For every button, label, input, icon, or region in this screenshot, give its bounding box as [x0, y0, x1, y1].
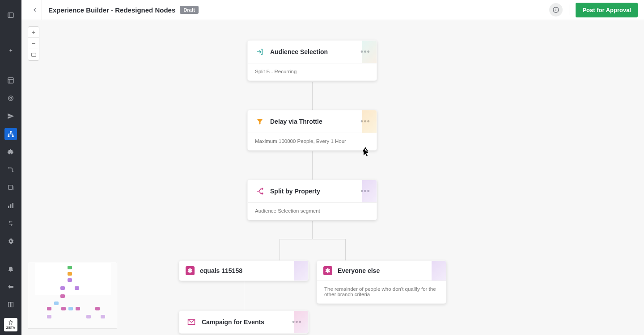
info-button[interactable]	[549, 3, 563, 17]
nav-book-icon[interactable]	[4, 298, 17, 311]
nav-speed-icon[interactable]	[4, 281, 17, 293]
flow-canvas[interactable]: + − Audience Selection ••• Split B - Rec…	[21, 20, 644, 335]
nav-layout-icon[interactable]	[4, 74, 17, 87]
top-bar: Experience Builder - Redesigned Nodes Dr…	[21, 0, 644, 20]
connector	[312, 151, 313, 180]
post-for-approval-button[interactable]: Post for Approval	[576, 3, 638, 17]
asterisk-icon: ✱	[186, 266, 195, 275]
zoom-control: + −	[28, 26, 39, 61]
svg-rect-5	[8, 135, 9, 137]
svg-rect-11	[10, 204, 12, 208]
page-title: Experience Builder - Redesigned Nodes	[48, 6, 175, 14]
connector	[280, 239, 345, 239]
left-nav-rail: ZETA	[0, 0, 21, 335]
node-more-icon[interactable]: •••	[360, 189, 369, 193]
node-branch-equals[interactable]: ✱ equals 115158	[179, 260, 309, 281]
node-split-property[interactable]: Split by Property ••• Audience Selection…	[247, 180, 377, 220]
funnel-icon	[255, 117, 265, 126]
nav-flow-icon[interactable]	[4, 128, 17, 140]
node-campaign-events[interactable]: Campaign for Events •••	[179, 310, 309, 334]
nav-puzzle-icon[interactable]	[4, 146, 17, 158]
nav-target-icon[interactable]	[4, 92, 17, 105]
brand-badge[interactable]: ZETA	[4, 318, 17, 331]
zoom-in-button[interactable]: +	[28, 27, 39, 38]
minimap-viewport	[35, 263, 111, 295]
minimap[interactable]	[28, 262, 117, 329]
connector	[312, 221, 313, 239]
node-more-icon[interactable]: •••	[292, 320, 301, 324]
svg-rect-9	[8, 185, 13, 189]
svg-rect-6	[12, 135, 14, 137]
node-title: Split by Property	[270, 188, 360, 195]
nav-pipeline-icon[interactable]	[4, 163, 17, 176]
svg-rect-14	[31, 53, 36, 57]
nav-panel-icon[interactable]	[4, 9, 17, 21]
back-button[interactable]	[28, 0, 42, 20]
svg-rect-4	[10, 131, 12, 132]
node-branch-everyone-else[interactable]: ✱ Everyone else The remainder of people …	[317, 260, 446, 304]
nav-stack-icon[interactable]	[4, 181, 17, 194]
connector	[345, 239, 346, 260]
split-icon	[255, 186, 265, 196]
svg-point-7	[8, 168, 9, 169]
node-audience-selection[interactable]: Audience Selection ••• Split B - Recurri…	[247, 40, 377, 81]
node-title: Delay via Throttle	[270, 118, 360, 125]
svg-rect-12	[12, 203, 13, 208]
svg-rect-10	[8, 206, 9, 208]
node-title: Audience Selection	[270, 48, 360, 55]
node-subtitle: Audience Selection segment	[248, 202, 377, 220]
brand-label: ZETA	[6, 326, 15, 330]
zoom-out-button[interactable]: −	[28, 38, 39, 49]
zoom-fit-button[interactable]	[28, 49, 39, 60]
node-more-icon[interactable]: •••	[360, 50, 369, 54]
connector	[280, 239, 280, 260]
connector	[312, 82, 313, 110]
node-title: equals 115158	[200, 267, 302, 274]
node-delay-throttle[interactable]: Delay via Throttle ••• Maximum 100000 Pe…	[247, 110, 377, 151]
divider	[569, 4, 569, 15]
connector	[244, 281, 244, 313]
node-title: Everyone else	[338, 267, 440, 274]
asterisk-icon: ✱	[323, 266, 332, 275]
envelope-icon	[186, 317, 196, 327]
node-title: Campaign for Events	[202, 318, 292, 326]
nav-analytics-icon[interactable]	[4, 199, 17, 212]
svg-rect-1	[8, 78, 13, 83]
svg-point-8	[12, 171, 13, 172]
nav-bell-icon[interactable]	[4, 263, 17, 275]
status-badge: Draft	[180, 6, 199, 14]
nav-sparkle-icon[interactable]	[4, 46, 17, 58]
node-subtitle: Split B - Recurring	[248, 63, 377, 80]
svg-rect-0	[8, 13, 13, 18]
node-subtitle: The remainder of people who don't qualif…	[317, 281, 446, 303]
nav-gear-icon[interactable]	[4, 235, 17, 247]
node-subtitle: Maximum 100000 People, Every 1 Hour	[248, 133, 377, 150]
svg-point-2	[8, 96, 13, 101]
audience-icon	[255, 47, 265, 57]
nav-send-icon[interactable]	[4, 110, 17, 122]
svg-point-3	[10, 97, 12, 99]
node-more-icon[interactable]: •••	[360, 120, 369, 123]
nav-transfer-icon[interactable]	[4, 217, 17, 230]
